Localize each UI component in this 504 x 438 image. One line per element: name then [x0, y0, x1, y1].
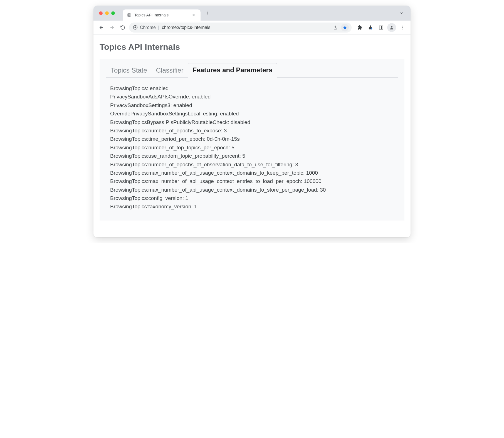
feature-row: PrivacySandboxSettings3: enabled	[110, 101, 394, 110]
browser-window: Topics API Internals Chrome	[93, 6, 411, 237]
feature-row: BrowsingTopics: enabled	[110, 84, 394, 93]
svg-point-7	[402, 27, 403, 28]
feature-row: PrivacySandboxAdsAPIsOverride: enabled	[110, 93, 394, 101]
extensions-icon[interactable]	[355, 23, 364, 32]
page-content: Topics API Internals Topics State Classi…	[93, 34, 411, 237]
url-text: chrome://topics-internals	[162, 25, 210, 30]
feature-row: BrowsingTopics:max_number_of_api_usage_c…	[110, 169, 394, 177]
feature-row: BrowsingTopics:time_period_per_epoch: 0d…	[110, 135, 394, 143]
features-list: BrowsingTopics: enabledPrivacySandboxAds…	[106, 78, 398, 211]
bookmark-star-icon[interactable]	[341, 24, 349, 31]
internal-tabs: Topics State Classifier Features and Par…	[106, 63, 398, 78]
svg-point-2	[135, 27, 136, 28]
sidepanel-icon[interactable]	[377, 23, 386, 32]
feature-row: BrowsingTopics:use_random_topic_probabil…	[110, 152, 394, 160]
toolbar-actions	[355, 23, 407, 32]
fullscreen-window-button[interactable]	[111, 11, 115, 15]
feature-row: BrowsingTopics:number_of_top_topics_per_…	[110, 143, 394, 152]
feature-row: BrowsingTopics:max_number_of_api_usage_c…	[110, 186, 394, 194]
feature-row: BrowsingTopics:max_number_of_api_usage_c…	[110, 177, 394, 185]
address-bar[interactable]: Chrome | chrome://topics-internals	[129, 23, 352, 33]
page-title: Topics API Internals	[100, 42, 404, 52]
tab-topics-state[interactable]: Topics State	[106, 64, 152, 78]
new-tab-button[interactable]	[203, 9, 212, 18]
svg-point-5	[391, 26, 392, 28]
separator: |	[158, 25, 159, 30]
profile-avatar[interactable]	[387, 23, 396, 32]
back-button[interactable]	[97, 23, 106, 32]
chrome-icon	[133, 25, 138, 30]
feature-row: BrowsingTopics:number_of_epochs_to_expos…	[110, 127, 394, 135]
close-tab-button[interactable]	[191, 13, 197, 18]
minimize-window-button[interactable]	[105, 11, 109, 15]
tab-classifier[interactable]: Classifier	[152, 64, 188, 78]
tab-strip: Topics API Internals	[93, 6, 411, 21]
site-identity[interactable]: Chrome |	[133, 25, 159, 30]
scheme-label: Chrome	[140, 25, 156, 30]
feature-row: BrowsingTopics:taxonomy_version: 1	[110, 202, 394, 211]
toolbar: Chrome | chrome://topics-internals	[93, 21, 411, 34]
tab-features-parameters[interactable]: Features and Parameters	[188, 63, 277, 78]
labs-icon[interactable]	[366, 23, 375, 32]
content-panel: Topics State Classifier Features and Par…	[100, 59, 404, 221]
browser-tab-title: Topics API Internals	[134, 13, 188, 17]
feature-row: BrowsingTopicsBypassIPIsPubliclyRoutable…	[110, 118, 394, 127]
window-controls	[99, 11, 115, 15]
svg-rect-4	[379, 26, 383, 29]
feature-row: OverridePrivacySandboxSettingsLocalTesti…	[110, 110, 394, 118]
svg-point-3	[371, 28, 372, 29]
close-window-button[interactable]	[99, 11, 103, 15]
forward-button[interactable]	[108, 23, 116, 32]
feature-row: BrowsingTopics:config_version: 1	[110, 194, 394, 202]
feature-row: BrowsingTopics:number_of_epochs_of_obser…	[110, 160, 394, 169]
share-icon[interactable]	[332, 24, 339, 31]
svg-point-8	[402, 28, 403, 29]
browser-menu-button[interactable]	[398, 23, 407, 32]
svg-point-6	[402, 26, 403, 26]
browser-tab[interactable]: Topics API Internals	[123, 9, 201, 21]
globe-icon	[127, 13, 132, 18]
tab-list-dropdown[interactable]	[397, 9, 406, 17]
reload-button[interactable]	[118, 23, 127, 32]
